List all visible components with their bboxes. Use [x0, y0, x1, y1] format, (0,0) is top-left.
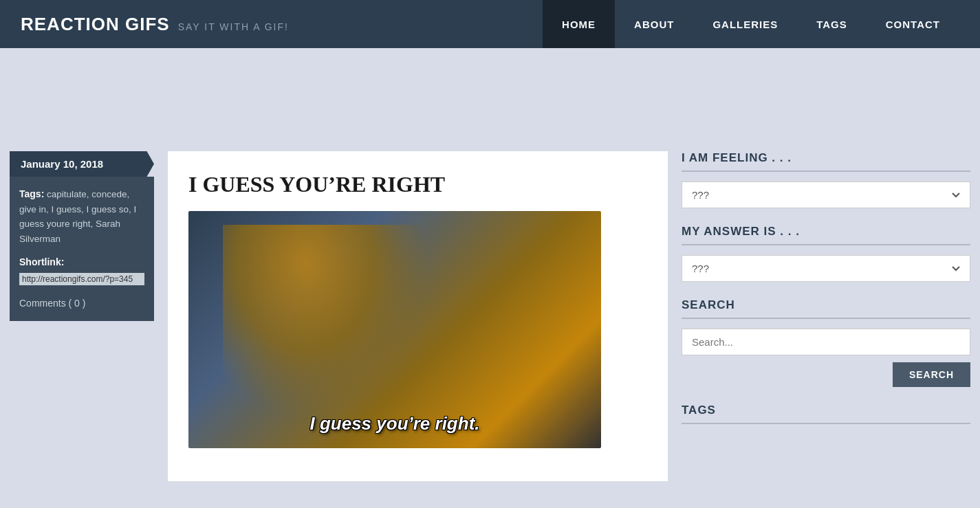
header: REACTION GIFS SAY IT WITH A GIF! HOME AB…	[0, 0, 980, 48]
shortlink-input[interactable]	[19, 273, 144, 285]
site-tagline: SAY IT WITH A GIF!	[178, 21, 289, 32]
ad-banner	[0, 48, 980, 151]
tags-widget-title: TAGS	[682, 404, 970, 424]
sidebar-right: I AM FEELING . . . ??? MY ANSWER IS . . …	[682, 151, 970, 441]
search-button[interactable]: SEARCH	[893, 362, 970, 387]
sidebar-left: January 10, 2018 Tags: capitulate, conce…	[10, 151, 154, 321]
nav-about[interactable]: ABOUT	[615, 0, 693, 48]
post-title: I GUESS YOU’RE RIGHT	[188, 172, 647, 197]
tags-label: Tags:	[19, 188, 44, 199]
brand: REACTION GIFS SAY IT WITH A GIF!	[21, 14, 289, 35]
nav-home[interactable]: HOME	[543, 0, 615, 48]
tags-widget: TAGS	[682, 404, 970, 424]
shortlink-label: Shortlink:	[19, 254, 144, 269]
main-layout: January 10, 2018 Tags: capitulate, conce…	[0, 151, 980, 508]
nav-tags[interactable]: TAGS	[797, 0, 867, 48]
nav-galleries[interactable]: GALLERIES	[693, 0, 797, 48]
answer-select[interactable]: ???	[682, 255, 970, 282]
tags-section: Tags: capitulate, concede, give in, I gu…	[19, 186, 144, 246]
feeling-select[interactable]: ???	[682, 181, 970, 208]
date-badge: January 10, 2018	[10, 151, 154, 177]
comments-link[interactable]: Comments ( 0 )	[19, 296, 144, 311]
search-widget: SEARCH SEARCH	[682, 298, 970, 387]
search-title: SEARCH	[682, 298, 970, 319]
feeling-title: I AM FEELING . . .	[682, 151, 970, 172]
search-input[interactable]	[682, 329, 970, 355]
nav-contact[interactable]: CONTACT	[867, 0, 959, 48]
gif-caption: I guess you’re right.	[188, 413, 601, 434]
gif-container: I guess you’re right.	[188, 211, 601, 448]
gif-image: I guess you’re right.	[188, 211, 601, 448]
answer-widget: MY ANSWER IS . . . ???	[682, 225, 970, 282]
main-nav: HOME ABOUT GALLERIES TAGS CONTACT	[543, 0, 959, 48]
answer-title: MY ANSWER IS . . .	[682, 225, 970, 245]
sidebar-meta: Tags: capitulate, concede, give in, I gu…	[10, 177, 154, 321]
main-content: I GUESS YOU’RE RIGHT I guess you’re righ…	[168, 151, 668, 481]
feeling-widget: I AM FEELING . . . ???	[682, 151, 970, 208]
figure-decoration	[223, 225, 429, 417]
site-logo: REACTION GIFS	[21, 14, 170, 35]
